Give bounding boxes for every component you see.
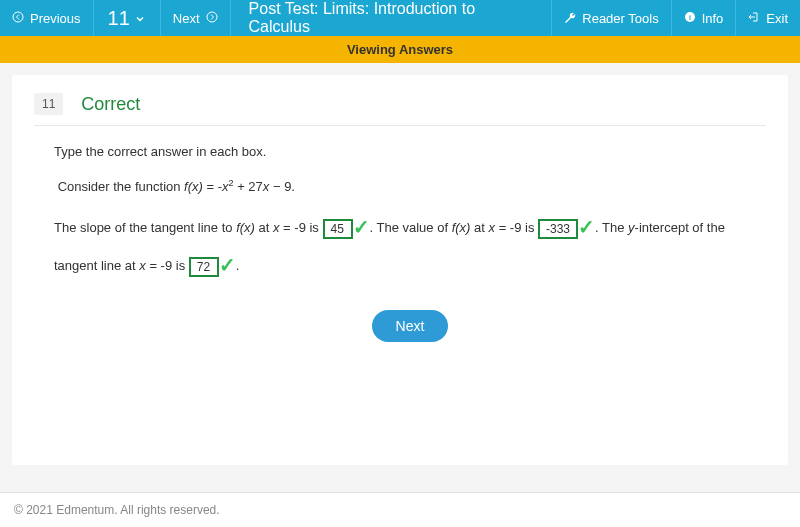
- arrow-right-icon: [206, 11, 218, 25]
- fx-symbol: f(x): [184, 179, 203, 194]
- top-bar: Previous 11 Next Post Test: Limits: Intr…: [0, 0, 800, 36]
- footer-text: © 2021 Edmentum. All rights reserved.: [0, 492, 800, 527]
- page-number: 11: [108, 7, 130, 30]
- t1a: The slope of the tangent line to: [54, 220, 236, 235]
- next-nav-label: Next: [173, 11, 200, 26]
- eq-part: = -: [203, 179, 222, 194]
- previous-button[interactable]: Previous: [0, 0, 94, 36]
- page-title: Post Test: Limits: Introduction to Calcu…: [231, 0, 552, 36]
- reader-tools-button[interactable]: Reader Tools: [551, 0, 670, 36]
- fx2: f(x): [236, 220, 255, 235]
- fx3: f(x): [452, 220, 471, 235]
- next-nav-button[interactable]: Next: [161, 0, 231, 36]
- exit-label: Exit: [766, 11, 788, 26]
- previous-label: Previous: [30, 11, 81, 26]
- t2b: at: [470, 220, 488, 235]
- t1c: = -9 is: [280, 220, 323, 235]
- info-button[interactable]: i Info: [671, 0, 736, 36]
- svg-text:i: i: [689, 14, 691, 21]
- page-indicator[interactable]: 11: [94, 0, 161, 36]
- info-icon: i: [684, 11, 696, 25]
- t3a: . The: [595, 220, 628, 235]
- check-icon: ✓: [353, 208, 370, 246]
- info-label: Info: [702, 11, 724, 26]
- viewing-answers-banner: Viewing Answers: [0, 36, 800, 63]
- period: .: [236, 258, 240, 273]
- check-icon: ✓: [219, 246, 236, 284]
- t1b: at: [255, 220, 273, 235]
- answer-box-1[interactable]: 45: [323, 219, 353, 239]
- answer-box-2[interactable]: -333: [538, 219, 578, 239]
- arrow-left-icon: [12, 11, 24, 25]
- check-icon: ✓: [578, 208, 595, 246]
- consider-prefix: Consider the function: [58, 179, 184, 194]
- t2c: = -9 is: [495, 220, 538, 235]
- question-number: 11: [34, 93, 63, 115]
- consider-line: Consider the function f(x) = -x2 + 27x −…: [54, 175, 766, 200]
- plus-part: + 27: [234, 179, 263, 194]
- svg-point-1: [207, 12, 217, 22]
- t2a: . The value of: [370, 220, 452, 235]
- question-card: 11 Correct Type the correct answer in ea…: [12, 75, 788, 465]
- minus-part: − 9.: [269, 179, 295, 194]
- answer-line: The slope of the tangent line to f(x) at…: [54, 210, 766, 286]
- instruction-text: Type the correct answer in each box.: [54, 140, 766, 165]
- question-status: Correct: [81, 94, 140, 115]
- reader-tools-label: Reader Tools: [582, 11, 658, 26]
- question-header: 11 Correct: [34, 93, 766, 126]
- wrench-icon: [564, 11, 576, 25]
- exit-icon: [748, 11, 760, 25]
- question-body: Type the correct answer in each box. Con…: [34, 140, 766, 342]
- svg-point-0: [13, 12, 23, 22]
- next-button[interactable]: Next: [372, 310, 449, 342]
- answer-box-3[interactable]: 72: [189, 257, 219, 277]
- t3c: = -9 is: [146, 258, 189, 273]
- chevron-down-icon: [134, 8, 146, 28]
- exit-button[interactable]: Exit: [735, 0, 800, 36]
